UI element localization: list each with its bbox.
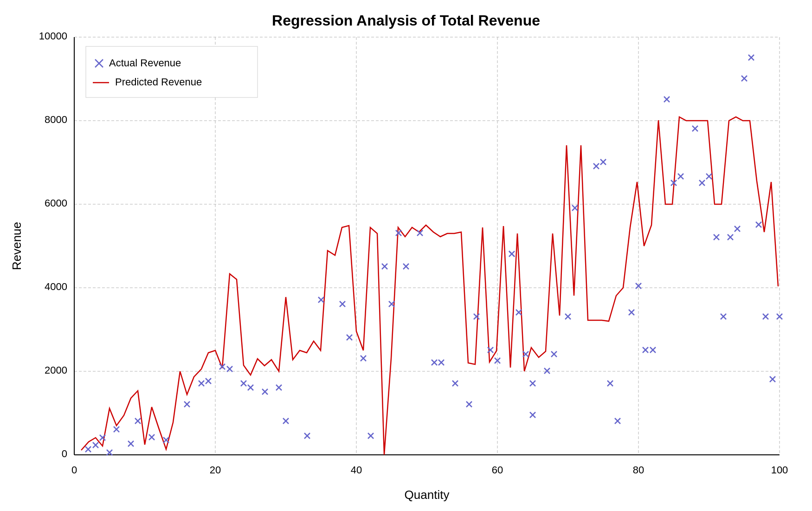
- chart-svg: Regression Analysis of Total Revenue 100…: [0, 0, 812, 511]
- y-axis-label: Revenue: [10, 222, 24, 270]
- legend-box: [86, 46, 258, 97]
- y-tick-8000: 8000: [45, 114, 67, 125]
- x-tick-20: 20: [210, 464, 221, 476]
- y-tick-6000: 6000: [45, 197, 67, 209]
- legend-predicted-label: Predicted Revenue: [115, 76, 202, 88]
- y-tick-10000: 10000: [39, 30, 67, 42]
- x-tick-100: 100: [771, 464, 788, 476]
- x-tick-60: 60: [492, 464, 503, 476]
- chart-title: Regression Analysis of Total Revenue: [272, 12, 540, 29]
- x-axis-label: Quantity: [405, 488, 450, 502]
- x-tick-40: 40: [351, 464, 362, 476]
- y-tick-0: 0: [62, 448, 67, 459]
- x-tick-0: 0: [71, 464, 77, 476]
- y-tick-4000: 4000: [45, 281, 67, 292]
- chart-container: Regression Analysis of Total Revenue 100…: [0, 0, 812, 511]
- y-tick-2000: 2000: [45, 364, 67, 376]
- legend-actual-label: Actual Revenue: [109, 57, 181, 69]
- x-tick-80: 80: [633, 464, 644, 476]
